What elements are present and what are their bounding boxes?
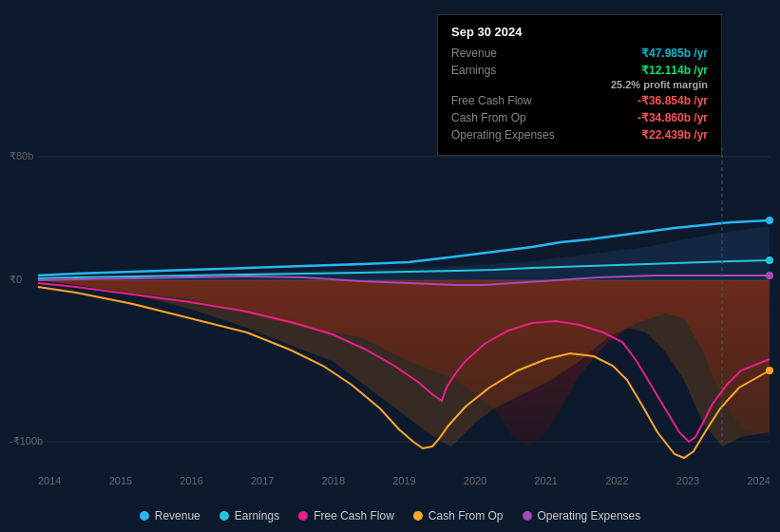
tooltip-profit-margin: 25.2% profit margin <box>611 79 708 90</box>
svg-point-4 <box>766 217 773 224</box>
legend-item-revenue[interactable]: Revenue <box>140 509 200 522</box>
tooltip-label-earnings: Earnings <box>451 64 496 77</box>
chart-container: ₹80b ₹0 -₹100b 2014 2015 2016 2017 2018 … <box>0 0 780 532</box>
tooltip-value-cashfromop: -₹34.860b /yr <box>637 111 708 124</box>
x-label-2016: 2016 <box>180 475 202 486</box>
x-label-2015: 2015 <box>109 475 132 486</box>
tooltip-row-cashfromop: Cash From Op -₹34.860b /yr <box>451 111 708 124</box>
svg-point-7 <box>766 367 773 374</box>
legend-dot-fcf <box>298 511 308 521</box>
y-top-label: ₹80b <box>10 150 33 162</box>
tooltip-value-opex: ₹22.439b /yr <box>641 128 708 142</box>
x-label-2019: 2019 <box>392 475 415 486</box>
legend-label-opex: Operating Expenses <box>538 509 641 522</box>
x-label-2018: 2018 <box>322 475 345 486</box>
tooltip-value-revenue: ₹47.985b /yr <box>641 47 708 60</box>
legend: Revenue Earnings Free Cash Flow Cash Fro… <box>0 509 780 522</box>
legend-dot-cashfromop <box>413 511 423 521</box>
tooltip-label-fcf: Free Cash Flow <box>451 94 532 107</box>
profit-margin-row: 25.2% profit margin <box>451 79 708 90</box>
legend-label-revenue: Revenue <box>155 509 200 522</box>
legend-item-fcf[interactable]: Free Cash Flow <box>298 509 394 522</box>
x-label-2024: 2024 <box>747 475 770 486</box>
y-zero-label: ₹0 <box>10 274 22 286</box>
tooltip-value-fcf: -₹36.854b /yr <box>637 94 708 107</box>
x-label-2023: 2023 <box>676 475 699 486</box>
svg-point-5 <box>766 256 773 264</box>
x-label-2021: 2021 <box>534 475 557 486</box>
tooltip-date: Sep 30 2024 <box>451 25 708 39</box>
x-label-2020: 2020 <box>464 475 486 486</box>
tooltip-row-fcf: Free Cash Flow -₹36.854b /yr <box>451 94 708 107</box>
tooltip-value-earnings: ₹12.114b /yr <box>641 64 708 77</box>
tooltip-row-revenue: Revenue ₹47.985b /yr <box>451 47 708 60</box>
tooltip-label-revenue: Revenue <box>451 47 497 60</box>
svg-point-6 <box>766 272 773 279</box>
x-label-2022: 2022 <box>605 475 628 486</box>
tooltip-row-earnings: Earnings ₹12.114b /yr <box>451 64 708 77</box>
legend-item-cashfromop[interactable]: Cash From Op <box>413 509 504 522</box>
legend-label-fcf: Free Cash Flow <box>314 509 394 522</box>
legend-label-earnings: Earnings <box>235 509 279 522</box>
legend-dot-earnings <box>219 511 229 521</box>
x-axis-labels: 2014 2015 2016 2017 2018 2019 2020 2021 … <box>38 475 770 486</box>
y-bottom-label: -₹100b <box>10 435 43 447</box>
tooltip: Sep 30 2024 Revenue ₹47.985b /yr Earning… <box>437 14 722 156</box>
tooltip-label-opex: Operating Expenses <box>451 128 555 142</box>
tooltip-row-opex: Operating Expenses ₹22.439b /yr <box>451 128 708 142</box>
x-label-2014: 2014 <box>38 475 61 486</box>
legend-item-opex[interactable]: Operating Expenses <box>523 509 641 522</box>
tooltip-label-cashfromop: Cash From Op <box>451 111 526 124</box>
legend-dot-revenue <box>140 511 149 521</box>
legend-dot-opex <box>523 511 532 521</box>
legend-label-cashfromop: Cash From Op <box>428 509 504 522</box>
x-label-2017: 2017 <box>251 475 274 486</box>
legend-item-earnings[interactable]: Earnings <box>219 509 279 522</box>
